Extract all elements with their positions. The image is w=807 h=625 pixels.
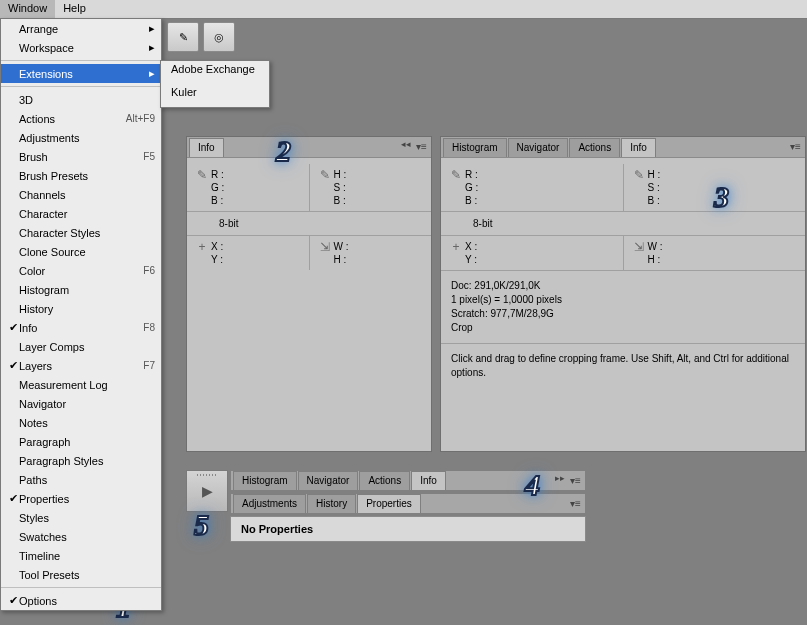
tab-navigator[interactable]: Navigator (298, 471, 359, 490)
tab-adjustments[interactable]: Adjustments (233, 494, 306, 513)
tab-actions[interactable]: Actions (359, 471, 410, 490)
annotation-4: 4 (525, 468, 540, 502)
window-menu-dropdown: Arrange▸ Workspace▸ Extensions▸ 3D Actio… (0, 18, 162, 611)
submenu-kuler[interactable]: Kuler (161, 84, 269, 107)
menu-measurement-log[interactable]: Measurement Log (1, 375, 161, 394)
menu-character[interactable]: Character (1, 204, 161, 223)
menu-paragraph[interactable]: Paragraph (1, 432, 161, 451)
menu-color[interactable]: ColorF6 (1, 261, 161, 280)
eyedropper-icon: ✎ (447, 168, 465, 207)
menu-paths[interactable]: Paths (1, 470, 161, 489)
toolbar-button-2[interactable]: ◎ (203, 22, 235, 52)
menu-timeline[interactable]: Timeline (1, 546, 161, 565)
menu-actions[interactable]: ActionsAlt+F9 (1, 109, 161, 128)
menu-histogram[interactable]: Histogram (1, 280, 161, 299)
collapse-icon[interactable]: ◂◂ (401, 139, 411, 149)
tab-info[interactable]: Info (621, 138, 656, 157)
menu-clone-source[interactable]: Clone Source (1, 242, 161, 261)
tab-history[interactable]: History (307, 494, 356, 513)
crosshair-icon: + (447, 240, 465, 266)
tab-info[interactable]: Info (411, 471, 446, 490)
menu-notes[interactable]: Notes (1, 413, 161, 432)
menu-character-styles[interactable]: Character Styles (1, 223, 161, 242)
menu-channels[interactable]: Channels (1, 185, 161, 204)
menu-adjustments[interactable]: Adjustments (1, 128, 161, 147)
info-panel-grouped: Histogram Navigator Actions Info ▾≡ ✎R :… (440, 136, 806, 452)
panel-menu-icon[interactable]: ▾≡ (790, 141, 801, 150)
panel-menu-icon[interactable]: ▾≡ (416, 141, 427, 150)
tab-actions[interactable]: Actions (569, 138, 620, 157)
menu-layer-comps[interactable]: Layer Comps (1, 337, 161, 356)
extensions-submenu: Adobe Exchange Kuler (160, 60, 270, 108)
menu-paragraph-styles[interactable]: Paragraph Styles (1, 451, 161, 470)
menu-3d[interactable]: 3D (1, 90, 161, 109)
submenu-adobe-exchange[interactable]: Adobe Exchange (161, 61, 269, 84)
menu-options[interactable]: ✔Options (1, 591, 161, 610)
panel-menu-icon[interactable]: ▾≡ (570, 475, 581, 484)
expand-icon[interactable]: ▸▸ (555, 473, 565, 483)
eyedropper-icon: ✎ (630, 168, 648, 207)
tool-tip: Click and drag to define cropping frame.… (441, 343, 805, 388)
toolbar-button-1[interactable]: ✎ (167, 22, 199, 52)
tab-histogram[interactable]: Histogram (233, 471, 297, 490)
bit-depth: 8-bit (187, 212, 431, 236)
target-icon: ◎ (214, 31, 224, 44)
info-panel: Info ◂◂ ▾≡ ✎R :G :B : ✎H :S :B : 8-bit +… (186, 136, 432, 452)
tab-histogram[interactable]: Histogram (443, 138, 507, 157)
menu-extensions[interactable]: Extensions▸ (1, 64, 161, 83)
tab-properties[interactable]: Properties (357, 494, 421, 513)
options-bar: ✎ ◎ (158, 20, 239, 54)
menu-layers[interactable]: ✔LayersF7 (1, 356, 161, 375)
annotation-5: 5 (194, 508, 209, 542)
menu-brush-presets[interactable]: Brush Presets (1, 166, 161, 185)
menu-workspace[interactable]: Workspace▸ (1, 38, 161, 57)
tab-info[interactable]: Info (189, 138, 224, 157)
document-info: Doc: 291,0K/291,0K 1 pixel(s) = 1,0000 p… (441, 271, 805, 343)
menu-history[interactable]: History (1, 299, 161, 318)
dimensions-icon: ⇲ (630, 240, 648, 266)
properties-body: No Properties (230, 516, 586, 542)
annotation-2: 2 (276, 134, 291, 168)
menu-brush[interactable]: BrushF5 (1, 147, 161, 166)
menu-help[interactable]: Help (55, 0, 94, 18)
menu-window[interactable]: Window (0, 0, 55, 18)
menu-properties[interactable]: ✔Properties (1, 489, 161, 508)
dock-expand-button[interactable]: ▶ (186, 470, 228, 512)
tab-navigator[interactable]: Navigator (508, 138, 569, 157)
panel-tabbar: Histogram Navigator Actions Info ▾≡ (441, 137, 805, 158)
brush-icon: ✎ (179, 31, 188, 44)
bit-depth: 8-bit (441, 212, 805, 236)
annotation-3: 3 (714, 180, 729, 214)
panel-tabbar: Info ◂◂ ▾≡ (187, 137, 431, 158)
menu-navigator[interactable]: Navigator (1, 394, 161, 413)
crosshair-icon: + (193, 240, 211, 266)
menu-info[interactable]: ✔InfoF8 (1, 318, 161, 337)
menu-swatches[interactable]: Swatches (1, 527, 161, 546)
dimensions-icon: ⇲ (316, 240, 334, 266)
eyedropper-icon: ✎ (316, 168, 334, 207)
eyedropper-icon: ✎ (193, 168, 211, 207)
menu-arrange[interactable]: Arrange▸ (1, 19, 161, 38)
menubar: Window Help (0, 0, 807, 19)
menu-tool-presets[interactable]: Tool Presets (1, 565, 161, 584)
menu-styles[interactable]: Styles (1, 508, 161, 527)
panel-menu-icon[interactable]: ▾≡ (570, 498, 581, 507)
